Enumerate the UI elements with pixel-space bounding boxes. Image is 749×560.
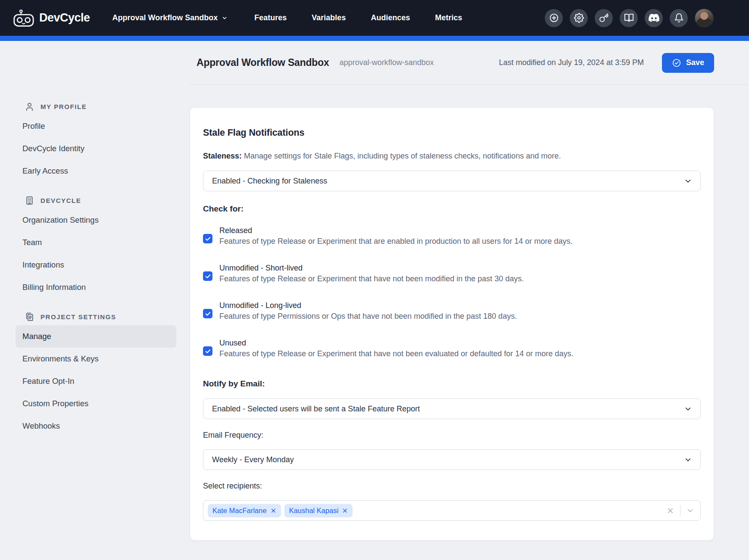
check-label: Unmodified - Short-lived [219,263,524,274]
recipient-chip-kate-macfarlane: Kate MacFarlane [208,504,281,517]
discord-icon [649,12,659,23]
sidebar-item-feature-opt-in[interactable]: Feature Opt-In [16,370,176,392]
navbar-gear-button[interactable] [570,9,588,27]
check-label: Released [219,225,572,236]
sidebar-section-label: DEVCYCLE [41,197,81,204]
navbar-plus-circle-button[interactable] [545,9,563,27]
sidebar-section-label: MY PROFILE [41,103,87,110]
sidebar-item-environments-keys[interactable]: Environments & Keys [16,348,176,370]
sidebar-item-team[interactable]: Team [16,231,176,254]
select-recipients-label: Select recipients: [203,481,701,492]
sidebar-section-my-profile: MY PROFILEProfileDevCycle IdentityEarly … [16,98,176,182]
stale-flag-card: Stale Flag Notifications Staleness: Mana… [190,107,714,541]
nav-link-features[interactable]: Features [254,13,287,22]
nav-link-audiences[interactable]: Audiences [371,13,410,22]
staleness-text: Manage settings for Stale Flags, includi… [242,152,561,160]
notify-select-value: Enabled - Selected users will be sent a … [212,404,420,414]
check-texts: Unmodified - Short-livedFeatures of type… [219,263,524,284]
page-slug: approval-workflow-sandbox [340,58,434,67]
project-selector[interactable]: Approval Workflow Sandbox [112,13,228,22]
check-for-label: Check for: [203,203,701,215]
sidebar-item-organization-settings[interactable]: Organization Settings [16,209,176,231]
recipient-name: Kate MacFarlane [212,507,267,515]
email-frequency-label: Email Frequency: [203,430,701,441]
sidebar-section-header-devcycle: DEVCYCLE [16,192,176,209]
frequency-select[interactable]: Weekly - Every Monday [203,449,701,470]
top-navbar: DevCycle Approval Workflow Sandbox Featu… [0,0,749,36]
chevron-down-icon [684,405,692,413]
main-nav: FeaturesVariablesAudiencesMetrics [254,13,462,22]
recipients-multiselect[interactable]: Kate MacFarlaneKaushal Kapasi [203,500,701,521]
frequency-select-value: Weekly - Every Monday [212,455,294,464]
checkbox-unmodified-long-lived[interactable] [203,309,212,318]
nav-link-variables[interactable]: Variables [312,13,346,22]
main-content: Stale Flag Notifications Staleness: Mana… [190,85,749,557]
check-label: Unmodified - Long-lived [219,300,517,311]
sidebar-item-profile[interactable]: Profile [16,115,176,137]
navbar-book-button[interactable] [620,9,638,27]
devcycle-logo-icon [13,9,34,27]
bell-icon [674,13,684,23]
sidebar-section-header-my-profile: MY PROFILE [16,98,176,115]
check-description: Features of type Release or Experiment t… [219,274,524,284]
checkbox-unused[interactable] [203,346,212,356]
check-label: Unused [219,338,574,348]
sidebar-item-billing-information[interactable]: Billing Information [16,276,176,299]
check-description: Features of type Permissions or Ops that… [219,311,517,322]
staleness-select-value: Enabled - Checking for Staleness [212,177,327,186]
clear-all-icon[interactable] [666,507,674,515]
user-icon [25,102,34,112]
staleness-checks: ReleasedFeatures of type Release or Expe… [203,225,701,359]
plus-circle-icon [549,13,559,23]
save-button[interactable]: Save [662,53,714,73]
key-icon [599,13,609,23]
sidebar-section-header-project-settings: PROJECT SETTINGS [16,308,176,325]
clipboard-icon [25,312,34,322]
divider [680,505,680,516]
notify-select[interactable]: Enabled - Selected users will be sent a … [203,398,701,419]
remove-recipient-icon[interactable] [342,508,348,513]
user-avatar[interactable] [695,9,714,28]
navbar-key-button[interactable] [595,9,613,27]
multiselect-controls [666,505,694,516]
nav-link-metrics[interactable]: Metrics [435,13,462,22]
navbar-bell-button[interactable] [670,9,688,27]
page-header: Approval Workflow Sandbox approval-workf… [190,41,749,85]
staleness-select[interactable]: Enabled - Checking for Staleness [203,171,701,191]
gear-icon [574,13,584,23]
check-description: Features of type Release or Experiment t… [219,236,572,247]
check-description: Features of type Release or Experiment t… [219,348,574,359]
check-circle-icon [672,58,681,68]
sidebar-item-integrations[interactable]: Integrations [16,254,176,276]
sidebar-item-custom-properties[interactable]: Custom Properties [16,392,176,415]
check-texts: ReleasedFeatures of type Release or Expe… [219,225,572,247]
checkbox-unmodified-short-lived[interactable] [203,271,212,281]
check-row-unmodified-short-lived: Unmodified - Short-livedFeatures of type… [203,263,701,284]
settings-sidebar: MY PROFILEProfileDevCycle IdentityEarly … [0,85,190,437]
check-texts: UnusedFeatures of type Release or Experi… [219,338,574,359]
sidebar-item-devcycle-identity[interactable]: DevCycle Identity [16,137,176,160]
chevron-down-icon [222,15,228,21]
checkbox-released[interactable] [203,234,212,243]
navbar-discord-button[interactable] [645,9,663,27]
page-title: Approval Workflow Sandbox [197,57,329,68]
book-icon [624,13,634,23]
recipient-name: Kaushal Kapasi [289,507,339,515]
last-modified-text: Last modified on July 19, 2024 at 3:59 P… [499,58,644,67]
chevron-down-icon[interactable] [686,507,694,515]
sidebar-item-webhooks[interactable]: Webhooks [16,415,176,437]
recipient-chips: Kate MacFarlaneKaushal Kapasi [208,504,353,517]
save-button-label: Save [686,58,704,67]
card-title: Stale Flag Notifications [203,128,701,138]
notify-by-email-label: Notify by Email: [203,378,701,389]
brand-name: DevCycle [39,11,90,25]
check-row-unused: UnusedFeatures of type Release or Experi… [203,338,701,359]
remove-recipient-icon[interactable] [271,508,276,513]
accent-strip [0,36,749,41]
sidebar-item-manage[interactable]: Manage [16,325,176,348]
sidebar-item-early-access[interactable]: Early Access [16,160,176,182]
chevron-down-icon [684,456,692,464]
check-texts: Unmodified - Long-livedFeatures of type … [219,300,517,322]
brand[interactable]: DevCycle [13,9,90,27]
check-row-released: ReleasedFeatures of type Release or Expe… [203,225,701,247]
